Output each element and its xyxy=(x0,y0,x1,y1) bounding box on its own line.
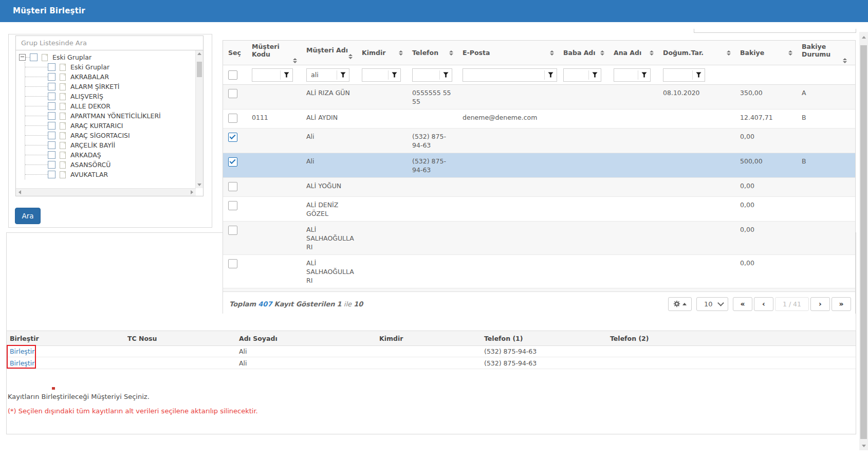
tree-checkbox[interactable] xyxy=(48,73,56,81)
column-header-adi[interactable]: Müşteri Adı xyxy=(301,41,357,65)
grid-settings-button[interactable] xyxy=(668,297,692,311)
tree-item-label[interactable]: AVUKATLAR xyxy=(70,171,108,178)
tree-checkbox[interactable] xyxy=(48,83,56,90)
tree-item-label[interactable]: ARAÇ SİGORTACISI xyxy=(70,132,130,139)
row-checkbox[interactable] xyxy=(228,157,237,167)
page-size-select[interactable]: 10 xyxy=(696,297,728,311)
filter-input-adi[interactable] xyxy=(307,71,337,79)
prev-page-button[interactable]: ‹ xyxy=(754,297,773,311)
column-header-baba[interactable]: Baba Adı xyxy=(558,41,608,65)
scroll-down-icon[interactable] xyxy=(197,184,201,186)
tree-item[interactable]: ASANSÖRCÜ xyxy=(25,160,196,170)
tree-checkbox[interactable] xyxy=(48,102,56,110)
tree-item[interactable]: Eski Gruplar xyxy=(25,62,196,72)
sort-icon[interactable] xyxy=(548,50,554,56)
tree-item-label[interactable]: ARKADAŞ xyxy=(70,151,101,159)
scroll-right-icon[interactable] xyxy=(191,190,193,194)
tree-checkbox[interactable] xyxy=(48,151,56,159)
column-header-kodu[interactable]: Müşteri Kodu xyxy=(247,41,301,65)
tree-checkbox[interactable] xyxy=(48,93,56,100)
page-scrollbar[interactable] xyxy=(859,32,868,450)
tree-item[interactable]: ARKADAŞ xyxy=(25,150,196,160)
tree-vertical-scrollbar[interactable] xyxy=(195,50,203,188)
row-checkbox[interactable] xyxy=(228,182,237,191)
tree-item-label[interactable]: ALIŞVERİŞ xyxy=(70,93,103,100)
filter-input-dogum[interactable] xyxy=(663,71,692,79)
sort-icon[interactable] xyxy=(725,50,731,56)
page-scroll-up-button[interactable] xyxy=(859,32,868,42)
tree-checkbox[interactable] xyxy=(30,53,38,61)
tree-item-label[interactable]: ALLE DEKOR xyxy=(70,102,110,110)
tree-checkbox[interactable] xyxy=(48,112,56,120)
filter-icon[interactable] xyxy=(638,70,650,80)
tree-item-label[interactable]: ALARM ŞİRKETİ xyxy=(70,83,120,90)
filter-icon[interactable] xyxy=(588,70,601,80)
row-checkbox[interactable] xyxy=(228,201,237,210)
tree-horizontal-scrollbar[interactable] xyxy=(16,188,196,196)
tree-root-label[interactable]: Eski Gruplar xyxy=(52,53,91,61)
tree-scroll-thumb[interactable] xyxy=(197,62,202,77)
tree-item[interactable]: ARÇELİK BAYİİ xyxy=(25,140,196,150)
tree-item[interactable]: ARAÇ SİGORTACISI xyxy=(25,131,196,140)
sort-icon[interactable] xyxy=(346,54,353,59)
column-header-durum[interactable]: Bakiye Durumu xyxy=(797,41,851,65)
tree-item-label[interactable]: AKRABALAR xyxy=(70,73,109,81)
row-checkbox[interactable] xyxy=(228,89,237,98)
sort-icon[interactable] xyxy=(648,50,654,56)
column-header-kimdir[interactable]: Kimdir xyxy=(357,41,407,65)
filter-icon[interactable] xyxy=(692,70,705,80)
row-checkbox[interactable] xyxy=(228,133,237,142)
tree-item[interactable]: ALARM ŞİRKETİ xyxy=(25,82,196,92)
next-page-button[interactable]: › xyxy=(810,297,830,311)
tree-item-label[interactable]: ARÇELİK BAYİİ xyxy=(70,141,115,149)
row-checkbox[interactable] xyxy=(228,259,237,268)
row-checkbox[interactable] xyxy=(228,114,237,123)
sort-icon[interactable] xyxy=(786,50,792,56)
column-header-dogum[interactable]: Doğum.Tar. xyxy=(658,41,735,65)
filter-input-telefon[interactable] xyxy=(413,71,439,79)
tree-item[interactable]: AVUKATLAR xyxy=(25,170,196,179)
sort-icon[interactable] xyxy=(841,58,847,63)
row-checkbox[interactable] xyxy=(228,226,237,235)
tree-item-label[interactable]: Eski Gruplar xyxy=(70,63,109,71)
sort-icon[interactable] xyxy=(291,58,297,63)
column-header-telefon[interactable]: Telefon xyxy=(407,41,457,65)
tree-checkbox[interactable] xyxy=(48,161,56,169)
tree-checkbox[interactable] xyxy=(48,63,56,71)
tree-item-label[interactable]: ARAÇ KURTARICI xyxy=(70,122,123,130)
search-button[interactable]: Ara xyxy=(15,208,41,224)
column-header-bakiye[interactable]: Bakiye xyxy=(735,41,797,65)
page-scroll-down-button[interactable] xyxy=(859,441,868,450)
tree-item[interactable]: APARTMAN YÖNETİCİLİKLERİ xyxy=(25,111,196,121)
column-header-ana[interactable]: Ana Adı xyxy=(608,41,658,65)
filter-input-kimdir[interactable] xyxy=(362,71,388,79)
tree-item[interactable]: AKRABALAR xyxy=(25,72,196,82)
tree-checkbox[interactable] xyxy=(48,132,56,139)
tree-checkbox[interactable] xyxy=(48,122,56,130)
tree-checkbox[interactable] xyxy=(48,141,56,149)
filter-icon[interactable] xyxy=(388,70,400,80)
tree-checkbox[interactable] xyxy=(48,171,56,178)
tree-root-item[interactable]: Eski Gruplar xyxy=(19,52,196,62)
column-header-eposta[interactable]: E-Posta xyxy=(457,41,558,65)
grid-search-input-partial[interactable] xyxy=(694,29,856,33)
last-page-button[interactable]: » xyxy=(832,297,851,311)
scroll-left-icon[interactable] xyxy=(19,190,21,194)
filter-input-baba[interactable] xyxy=(564,71,588,79)
filter-icon[interactable] xyxy=(439,70,452,80)
filter-input-ana[interactable] xyxy=(614,71,638,79)
tree-item[interactable]: ARAÇ KURTARICI xyxy=(25,121,196,131)
filter-input-eposta[interactable] xyxy=(463,71,544,79)
tree-item[interactable]: ALLE DEKOR xyxy=(25,101,196,111)
filter-icon[interactable] xyxy=(544,70,557,80)
tree-item-label[interactable]: ASANSÖRCÜ xyxy=(70,161,110,169)
page-scroll-thumb[interactable] xyxy=(860,45,867,439)
tree-item[interactable]: ALIŞVERİŞ xyxy=(25,92,196,101)
sort-icon[interactable] xyxy=(447,50,453,56)
filter-icon[interactable] xyxy=(280,70,292,80)
filter-icon[interactable] xyxy=(337,70,349,80)
tree-item-label[interactable]: APARTMAN YÖNETİCİLİKLERİ xyxy=(70,112,161,120)
filter-input-kodu[interactable] xyxy=(252,71,280,79)
group-search-input[interactable] xyxy=(15,35,204,50)
sort-icon[interactable] xyxy=(598,50,604,56)
